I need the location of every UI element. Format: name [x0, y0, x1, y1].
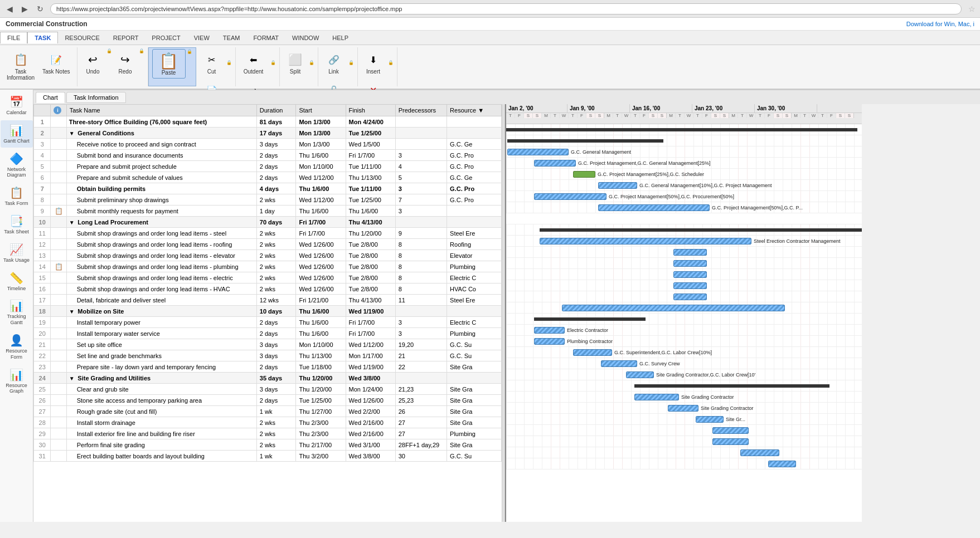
table-row[interactable]: 29Install exterior fire line and buildin… [34, 428, 502, 439]
sidebar-item-tracking-gantt[interactable]: 📊 Tracking Gantt [1, 296, 33, 329]
table-row[interactable]: 12Submit shop drawings and order long le… [34, 239, 502, 250]
gantt-bar[interactable] [626, 371, 654, 378]
task-name-cell[interactable]: Submit shop drawings and order long lead… [66, 228, 256, 239]
link-button[interactable]: 🔗 Link [322, 48, 346, 77]
task-name-cell[interactable]: ▼ General Conditions [66, 128, 256, 139]
table-row[interactable]: 25Clear and grub site3 daysThu 1/20/00Mo… [34, 384, 502, 395]
menu-window[interactable]: WINDOW [285, 32, 326, 43]
menu-file[interactable]: FILE [0, 32, 27, 43]
gantt-bar[interactable] [562, 305, 785, 311]
table-row[interactable]: 24▼ Site Grading and Utilities35 daysThu… [34, 373, 502, 384]
gantt-bar[interactable] [534, 317, 646, 321]
reload-button[interactable]: ↻ [35, 3, 46, 14]
col-task-name[interactable]: Task Name [66, 105, 256, 116]
collapse-icon[interactable]: ▼ [69, 375, 76, 382]
table-row[interactable]: 4Submit bond and insurance documents2 da… [34, 150, 502, 161]
gantt-bar[interactable] [534, 338, 565, 345]
menu-task[interactable]: TASK [27, 32, 58, 43]
task-name-cell[interactable]: Erect building batter boards and layout … [66, 451, 256, 462]
gantt-bar[interactable] [668, 405, 698, 412]
sidebar-item-calendar[interactable]: 📅 Calendar [1, 92, 33, 119]
table-row[interactable]: 19Install temporary power2 daysThu 1/6/0… [34, 317, 502, 328]
table-row[interactable]: 5Prepare and submit project schedule2 da… [34, 161, 502, 172]
task-name-cell[interactable]: Prepare site - lay down yard and tempora… [66, 361, 256, 373]
table-row[interactable]: 31Erect building batter boards and layou… [34, 451, 502, 462]
table-row[interactable]: 2▼ General Conditions17 daysMon 1/3/00Tu… [34, 128, 502, 139]
task-name-cell[interactable]: Three-story Office Building (76,000 squa… [66, 116, 256, 128]
sidebar-item-gantt-chart[interactable]: 📊 Gantt Chart [1, 120, 33, 148]
back-button[interactable]: ◀ [4, 3, 15, 14]
gantt-bar[interactable] [573, 349, 612, 356]
gantt-bar[interactable] [712, 427, 749, 434]
gantt-bar[interactable] [598, 182, 637, 189]
menu-view[interactable]: VIEW [187, 32, 216, 43]
tab-chart[interactable]: Chart [36, 92, 65, 103]
table-row[interactable]: 7Obtain building permits4 daysThu 1/6/00… [34, 183, 502, 194]
task-name-cell[interactable]: Submit shop drawings and order long lead… [66, 283, 256, 295]
gantt-bar[interactable] [601, 360, 637, 367]
task-name-cell[interactable]: Set line and grade benchmarks [66, 350, 256, 361]
gantt-bar[interactable] [506, 128, 857, 131]
task-information-button[interactable]: 📋 TaskInformation [3, 48, 38, 83]
table-row[interactable]: 1Three-story Office Building (76,000 squ… [34, 116, 502, 128]
task-name-cell[interactable]: Perform final site grading [66, 439, 256, 451]
col-duration[interactable]: Duration [256, 105, 296, 116]
download-link[interactable]: Download for Win, Mac, i [906, 21, 974, 27]
menu-resource[interactable]: RESOURCE [58, 32, 106, 43]
table-row[interactable]: 27Rough grade site (cut and fill)1 wkThu… [34, 406, 502, 417]
task-name-cell[interactable]: Rough grade site (cut and fill) [66, 406, 256, 417]
task-name-cell[interactable]: Detail, fabricate and deliver steel [66, 295, 256, 306]
gantt-bar[interactable] [673, 294, 707, 300]
task-name-cell[interactable]: Receive notice to proceed and sign contr… [66, 139, 256, 150]
task-name-cell[interactable]: Obtain building permits [66, 183, 256, 194]
menu-team[interactable]: TEAM [216, 32, 247, 43]
table-row[interactable]: 15Submit shop drawings and order long le… [34, 272, 502, 283]
task-grid[interactable]: i Task Name Duration Start Finish Predec… [33, 104, 502, 522]
paste-button[interactable]: 📋 Paste [152, 49, 186, 79]
table-row[interactable]: 30Perform final site grading2 wksThu 2/1… [34, 439, 502, 451]
gantt-bar[interactable] [540, 238, 751, 244]
table-row[interactable]: 6Prepare and submit schedule of values2 … [34, 172, 502, 183]
gantt-bar[interactable] [673, 282, 707, 289]
gantt-bar[interactable] [573, 171, 595, 178]
menu-format[interactable]: FORMAT [246, 32, 285, 43]
split-button[interactable]: ⬜ Split [283, 48, 308, 77]
gantt-bar[interactable] [534, 160, 576, 167]
task-name-cell[interactable]: ▼ Long Lead Procurement [66, 217, 256, 228]
gantt-bar[interactable] [634, 394, 679, 400]
task-name-cell[interactable]: Stone site access and temporary parking … [66, 395, 256, 406]
table-row[interactable]: 22Set line and grade benchmarks3 daysThu… [34, 350, 502, 361]
task-name-cell[interactable]: Install temporary power [66, 317, 256, 328]
task-name-cell[interactable]: Install storm drainage [66, 417, 256, 428]
menu-report[interactable]: REPORT [106, 32, 145, 43]
cut-button[interactable]: ✂ Cut [200, 48, 224, 77]
task-name-cell[interactable]: Prepare and submit project schedule [66, 161, 256, 172]
forward-button[interactable]: ▶ [20, 3, 30, 14]
gantt-bar[interactable] [768, 461, 796, 467]
sidebar-item-task-usage[interactable]: 📈 Task Usage [1, 239, 33, 267]
task-notes-button[interactable]: 📝 Task Notes [39, 48, 73, 77]
task-name-cell[interactable]: ▼ Site Grading and Utilities [66, 373, 256, 384]
menu-help[interactable]: HELP [326, 32, 355, 43]
menu-project[interactable]: PROJECT [145, 32, 187, 43]
task-name-cell[interactable]: Set up site office [66, 339, 256, 350]
gantt-bar[interactable] [540, 228, 862, 232]
table-row[interactable]: 17Detail, fabricate and deliver steel12 … [34, 295, 502, 306]
table-row[interactable]: 14📋Submit shop drawings and order long l… [34, 261, 502, 272]
col-resource[interactable]: Resource ▼ [447, 105, 502, 116]
table-row[interactable]: 28Install storm drainage2 wksThu 2/3/00W… [34, 417, 502, 428]
sidebar-item-resource-graph[interactable]: 📊 Resource Graph [1, 365, 33, 398]
table-row[interactable]: 20Install temporary water service2 daysT… [34, 328, 502, 339]
gantt-bar[interactable] [673, 249, 707, 256]
table-row[interactable]: 8Submit preliminary shop drawings2 wksWe… [34, 194, 502, 206]
undo-button[interactable]: ↩ Undo [81, 48, 105, 77]
sidebar-item-network-diagram[interactable]: 🔷 Network Diagram [1, 149, 33, 182]
gantt-bar[interactable] [673, 271, 707, 278]
table-row[interactable]: 23Prepare site - lay down yard and tempo… [34, 361, 502, 373]
col-finish[interactable]: Finish [346, 105, 395, 116]
collapse-icon[interactable]: ▼ [69, 309, 76, 315]
gantt-bar[interactable] [634, 384, 829, 388]
sidebar-item-timeline[interactable]: 📏 Timeline [1, 268, 33, 295]
task-name-cell[interactable]: Submit monthly requests for payment [66, 206, 256, 217]
col-predecessors[interactable]: Predecessors [395, 105, 447, 116]
